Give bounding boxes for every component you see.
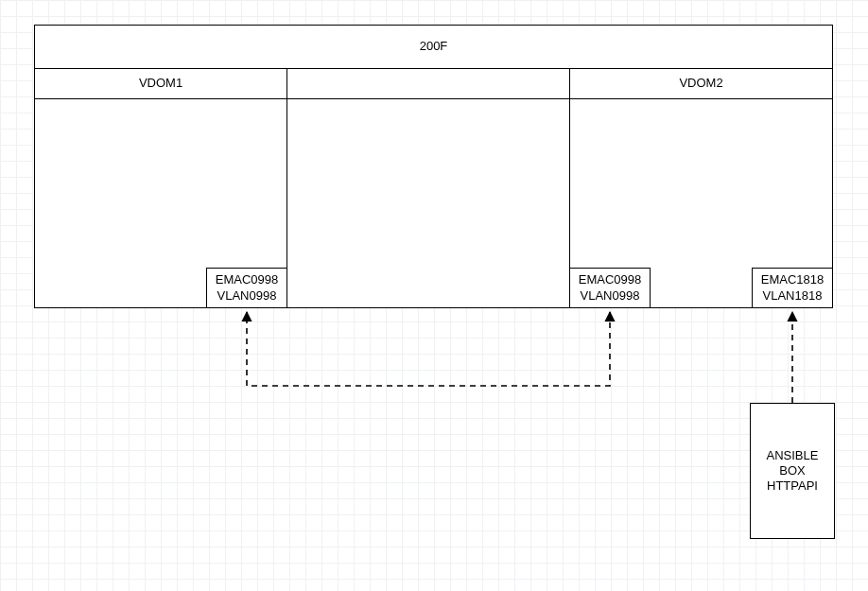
vdom2-header: VDOM2 — [569, 68, 833, 99]
port-vdom2-right-vlan: VLAN1818 — [763, 288, 823, 304]
port-vdom2-right-emac: EMAC1818 — [761, 272, 824, 287]
port-vdom2-right: EMAC1818 VLAN1818 — [752, 268, 833, 308]
vdom1-title: VDOM1 — [139, 76, 182, 91]
port-vdom1-vlan: VLAN0998 — [217, 288, 277, 304]
port-vdom2-left-vlan: VLAN0998 — [581, 288, 640, 304]
port-vdom2-left-emac: EMAC0998 — [579, 272, 641, 287]
vdom1-header: VDOM1 — [34, 68, 287, 99]
ansible-box: ANSIBLE BOX HTTPAPI — [750, 403, 835, 539]
middle-body — [286, 98, 570, 308]
vdom2-title: VDOM2 — [679, 76, 722, 91]
middle-header — [286, 68, 570, 99]
ansible-line3: HTTPAPI — [767, 478, 818, 494]
ansible-line2: BOX — [779, 463, 805, 478]
device-title-bar: 200F — [34, 25, 833, 69]
port-vdom2-left: EMAC0998 VLAN0998 — [569, 268, 651, 308]
ansible-line1: ANSIBLE — [767, 448, 819, 463]
device-title: 200F — [420, 39, 448, 54]
port-vdom1: EMAC0998 VLAN0998 — [206, 268, 287, 308]
port-vdom1-emac: EMAC0998 — [216, 272, 278, 287]
